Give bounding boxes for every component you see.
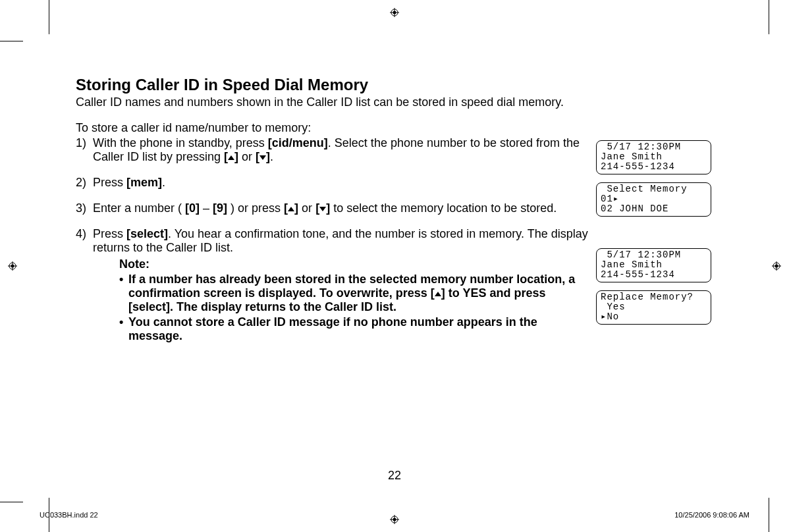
lcd-display: 5/17 12:30PM Jane Smith 214-555-1234: [596, 140, 711, 174]
note-label: Note:: [119, 257, 589, 271]
note-block: Note: • If a number has already been sto…: [119, 257, 589, 343]
lcd-display: Replace Memory? Yes ▸No: [596, 290, 711, 325]
step-number: 3): [76, 201, 93, 215]
page-number: 22: [388, 469, 401, 483]
crop-mark: [0, 502, 23, 502]
step-4: 4) Press [select]. You hear a confirmati…: [76, 227, 589, 343]
step-body: Enter a number ( [0] – [9] ) or press []…: [93, 201, 589, 215]
registration-mark-icon: [390, 8, 399, 17]
up-arrow-icon: [228, 155, 234, 160]
step-2: 2) Press [mem].: [76, 176, 589, 190]
instructions-column: 1) With the phone in standby, press [cid…: [76, 136, 596, 343]
crop-mark: [769, 498, 769, 532]
step-body: With the phone in standby, press [cid/me…: [93, 136, 589, 164]
footer-timestamp: 10/25/2006 9:08:06 AM: [674, 511, 749, 519]
page-body: Storing Caller ID in Speed Dial Memory C…: [76, 76, 715, 343]
step-body: Press [mem].: [93, 176, 589, 190]
key-mem: [mem]: [126, 176, 162, 189]
page-title: Storing Caller ID in Speed Dial Memory: [76, 76, 715, 94]
registration-mark-icon: [390, 515, 399, 524]
lcd-column: 5/17 12:30PM Jane Smith 214-555-1234 Sel…: [596, 136, 711, 332]
key-9: [9]: [213, 201, 227, 215]
key-cid-menu: [cid/menu]: [268, 136, 328, 149]
step-3: 3) Enter a number ( [0] – [9] ) or press…: [76, 201, 589, 215]
registration-mark-icon: [8, 261, 17, 271]
lcd-display: Select Memory 01▸ 02 JOHN DOE: [596, 182, 711, 217]
step-1: 1) With the phone in standby, press [cid…: [76, 136, 589, 164]
crop-mark: [769, 0, 769, 34]
registration-mark-icon: [772, 261, 781, 271]
down-arrow-icon: [319, 207, 326, 211]
intro-text: Caller ID names and numbers shown in the…: [76, 95, 715, 109]
bullet-icon: •: [119, 273, 128, 314]
down-arrow-icon: [259, 155, 266, 160]
step-number: 1): [76, 136, 93, 150]
step-body: Press [select]. You hear a confirmation …: [93, 227, 589, 343]
step-number: 2): [76, 176, 93, 190]
note-item: • You cannot store a Caller ID message i…: [119, 315, 589, 343]
key-0: [0]: [185, 201, 200, 215]
key-select: [select]: [126, 227, 168, 240]
step-number: 4): [76, 227, 93, 241]
lead-text: To store a caller id name/number to memo…: [76, 121, 715, 135]
note-item: • If a number has already been stored in…: [119, 273, 589, 314]
crop-mark: [0, 41, 23, 41]
lcd-display: 5/17 12:30PM Jane Smith 214-555-1234: [596, 248, 711, 282]
crop-mark: [49, 0, 49, 34]
bullet-icon: •: [119, 315, 128, 343]
up-arrow-icon: [288, 207, 294, 211]
footer-document-info: UC033BH.indd 22: [40, 511, 98, 519]
up-arrow-icon: [435, 292, 441, 296]
